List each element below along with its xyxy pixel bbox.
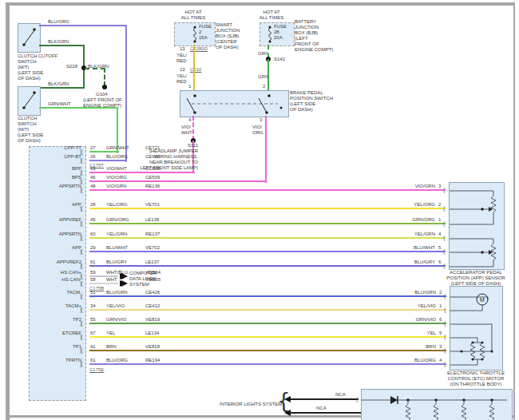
fuse-label: FUSE2820A [274, 24, 287, 41]
pin-number: 55 [90, 317, 96, 323]
wire-re137 [89, 237, 446, 239]
pin-number-right: 1 [439, 303, 442, 309]
component-pin-bracket: ( [443, 263, 444, 268]
clutch-cutoff-switch-box [18, 23, 41, 53]
circuit-label: RE134 [145, 358, 160, 363]
pcm-pin-bracket: )( [80, 361, 82, 367]
pin-number: 34 [90, 303, 96, 309]
app-sensor-label: ACCELERATOR PEDALPOSITION (APP) SENSOR(L… [436, 270, 516, 287]
wire-color-label: BLK/GRN [48, 81, 69, 87]
etc-motor-label: ELECTRONIC THROTTLECONTROL (ETC) MOTOR(O… [436, 370, 516, 387]
connector-link-c210[interactable]: C210 [190, 67, 201, 73]
wire-ve702 [89, 251, 446, 252]
pin-number-right: 2 [439, 290, 442, 295]
data-line-arrow-icon [121, 273, 128, 279]
circuit-label: RE136 [145, 184, 160, 189]
wire-color-label-right: YEL/GRN [395, 232, 435, 237]
wire-color-label-right: GRN/VIO [396, 317, 436, 323]
pin-number-right: 6 [438, 260, 441, 265]
clutch-cutoff-switch-label: CLUTCH CUTOFFSWITCH(M/T)(LEFT SIDEOF DAS… [18, 53, 57, 81]
wire-color-label: GRN [258, 74, 268, 80]
circuit-label: LE134 [145, 331, 159, 336]
pcm-pin-bracket: )( [80, 235, 82, 240]
wire-color-label: YEL/RED [176, 53, 187, 64]
wire-color-label: BLU/ORG [106, 154, 128, 160]
wire-color-label: BLU/WHT [106, 245, 128, 251]
wire-color-label: BRN [106, 344, 117, 350]
wire-ve818 [89, 350, 446, 351]
connector-link-c175e[interactable]: C175E [89, 367, 104, 373]
circuit-label: CE509 [145, 175, 160, 180]
pin-number: 45 [90, 217, 96, 223]
pcm-pin-bracket: )( [80, 347, 82, 353]
pin-number: 61 [90, 358, 96, 363]
splice-label: S142 [274, 57, 285, 62]
wire-color-label-right: YEL [396, 331, 436, 336]
pcm-pin-bracket: )( [80, 248, 82, 254]
computer-data-lines-label: COMPUTERDATA LINESSYSTEM [129, 271, 156, 287]
pin-number: 61 [90, 260, 96, 265]
pin-number: 29 [90, 245, 96, 251]
pin-number: 51 [90, 290, 96, 295]
app-sensor-box [449, 182, 505, 270]
wire-ce903 [89, 160, 127, 161]
wire-blk-grn [39, 87, 85, 89]
pcm-pin-bracket: )( [80, 220, 82, 226]
wire-blk-grn [39, 45, 85, 46]
circuit-label: LE136 [145, 217, 159, 223]
pin-number: 28 [90, 202, 96, 208]
wire-blu-org [39, 25, 126, 26]
wire-nca [291, 398, 359, 400]
circuit-label: RE137 [145, 232, 160, 237]
circuit-label: VE819 [145, 317, 160, 323]
pin-number-right: 1 [438, 217, 441, 223]
wire-color-label: YEL/VIO [106, 303, 125, 309]
signal-label-appvref2: APPVREF2 [29, 260, 81, 265]
wire-ve819 [89, 323, 446, 324]
resistor-network-box [361, 389, 513, 420]
wire-color-label: GRN/ORG [106, 217, 129, 223]
wire-le134 [89, 336, 446, 338]
ground-dot [102, 85, 107, 89]
bjb-location-label: BATTERYJUNCTIONBOX (BJB)(LEFTFRONT OFENG… [295, 19, 333, 53]
component-pin-bracket: ( [443, 187, 444, 192]
pcm-pin-bracket: )( [80, 320, 82, 326]
signal-label-tp2: TP2 [29, 317, 81, 323]
pin-number-right: 3 [439, 344, 442, 350]
component-pin-bracket: ( [443, 205, 444, 211]
component-pin-bracket: ( [443, 235, 444, 240]
wire-color-label-right: BLU/GRY [395, 260, 435, 265]
pcm-pin-bracket: )( [80, 307, 82, 312]
wire-color-label: YEL/RED [176, 73, 187, 85]
pin-number-right: 2 [438, 202, 441, 208]
wire-vdb05 [89, 283, 118, 284]
circuit-label: CE426 [145, 290, 160, 295]
signal-label-bps: BPS [29, 175, 81, 180]
component-pin-bracket: ( [444, 307, 445, 312]
wire-color-label: VIO/ORG [252, 125, 263, 136]
pcm-pin-bracket: )( [80, 280, 82, 286]
wire-color-label-right: YEL/ORG [395, 202, 435, 208]
wire-le136 [89, 223, 446, 224]
pin-number: 59 [90, 270, 96, 275]
signal-label-hscan: HS CAN+ [29, 270, 81, 275]
switch-symbol-icon [18, 24, 40, 52]
wire-ve701 [89, 208, 446, 209]
wire-color-label: BLK/GRN [48, 39, 69, 45]
signal-label-tprtn: TPRTN [29, 358, 81, 363]
signal-label-hscan: HS CAN- [29, 277, 81, 283]
brake-switch-label: BRAKE PEDALPOSITION SWITCH(LEFT SIDEOF D… [290, 90, 333, 113]
circuit-label: CE412 [145, 303, 160, 309]
component-pin-bracket: ( [444, 347, 445, 353]
wire-color-label: BLU/GRN [106, 290, 128, 295]
pin-number: 13 [90, 166, 96, 172]
wire-color-label: VIO/ORG [106, 175, 127, 180]
circuit-label: CCB08 [145, 166, 160, 172]
signal-label-bpp: BPP [29, 166, 81, 172]
data-line-arrow-icon [121, 280, 128, 287]
pin-number-right: 3 [438, 184, 441, 189]
pcm-pin-bracket: )( [80, 205, 82, 211]
signal-label-app: APP [29, 245, 81, 251]
signal-label-appsrtn: APPSRTN [29, 184, 81, 189]
clutch-switch-label: CLUTCHSWITCH(M/T)(LEFT SIDEOF DASH) [18, 116, 43, 144]
